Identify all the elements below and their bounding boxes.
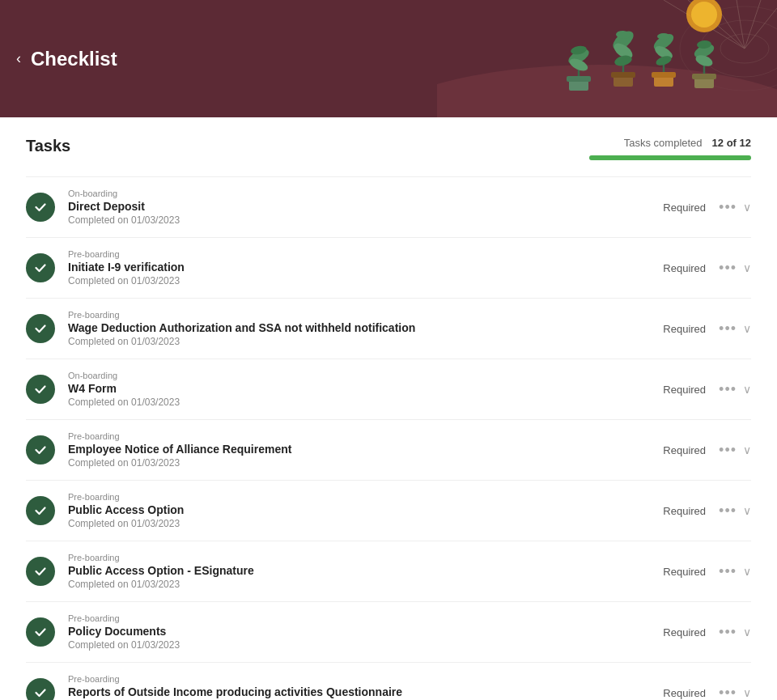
tasks-completed-count: 12 of 12 bbox=[712, 137, 751, 149]
svg-point-31 bbox=[657, 33, 670, 40]
svg-point-11 bbox=[437, 65, 777, 117]
task-info: Pre-boarding Wage Deduction Authorizatio… bbox=[68, 310, 657, 347]
task-name: Employee Notice of Alliance Requirement bbox=[68, 443, 657, 456]
task-name: Public Access Option - ESignature bbox=[68, 564, 657, 577]
task-name: Public Access Option bbox=[68, 503, 657, 516]
task-more-button[interactable]: ••• bbox=[719, 260, 737, 277]
task-row: On-boarding Direct Deposit Completed on … bbox=[26, 177, 751, 238]
task-more-button[interactable]: ••• bbox=[719, 563, 737, 580]
svg-rect-26 bbox=[652, 72, 676, 78]
svg-line-3 bbox=[737, 0, 745, 49]
task-row: On-boarding W4 Form Completed on 01/03/2… bbox=[26, 359, 751, 420]
task-category: Pre-boarding bbox=[68, 310, 657, 320]
task-more-button[interactable]: ••• bbox=[719, 685, 737, 701]
svg-rect-33 bbox=[692, 74, 716, 79]
task-expand-button[interactable]: ∨ bbox=[743, 565, 751, 578]
task-expand-button[interactable]: ∨ bbox=[743, 383, 751, 396]
task-expand-button[interactable]: ∨ bbox=[743, 504, 751, 517]
task-actions: ••• ∨ bbox=[719, 199, 751, 216]
task-info: Pre-boarding Public Access Option Comple… bbox=[68, 492, 657, 529]
task-name: Initiate I-9 verification bbox=[68, 261, 657, 274]
task-row: Pre-boarding Public Access Option - ESig… bbox=[26, 541, 751, 602]
task-category: Pre-boarding bbox=[68, 613, 657, 623]
task-check-icon bbox=[26, 496, 55, 525]
task-name: Policy Documents bbox=[68, 625, 657, 638]
task-info: Pre-boarding Reports of Outside Income p… bbox=[68, 674, 657, 700]
task-check-icon bbox=[26, 314, 55, 343]
back-button[interactable]: ‹ bbox=[16, 50, 21, 67]
task-required-label: Required bbox=[657, 687, 706, 699]
task-row: Pre-boarding Reports of Outside Income p… bbox=[26, 663, 751, 700]
task-more-button[interactable]: ••• bbox=[719, 199, 737, 216]
task-expand-button[interactable]: ∨ bbox=[743, 686, 751, 699]
task-actions: ••• ∨ bbox=[719, 260, 751, 277]
task-info: Pre-boarding Public Access Option - ESig… bbox=[68, 553, 657, 590]
task-expand-button[interactable]: ∨ bbox=[743, 443, 751, 456]
task-name: W4 Form bbox=[68, 382, 657, 395]
tasks-completed-label: Tasks completed bbox=[624, 137, 703, 149]
task-date: Completed on 01/03/2023 bbox=[68, 397, 657, 408]
progress-section: Tasks completed 12 of 12 bbox=[589, 137, 751, 160]
task-more-button[interactable]: ••• bbox=[719, 320, 737, 337]
task-name: Wage Deduction Authorization and SSA not… bbox=[68, 321, 657, 334]
task-expand-button[interactable]: ∨ bbox=[743, 626, 751, 638]
task-expand-button[interactable]: ∨ bbox=[743, 201, 751, 214]
task-name: Reports of Outside Income producing acti… bbox=[68, 685, 657, 698]
task-required-label: Required bbox=[657, 626, 706, 638]
task-actions: ••• ∨ bbox=[719, 685, 751, 701]
task-check-icon bbox=[26, 435, 55, 465]
svg-point-10 bbox=[691, 2, 717, 28]
task-info: Pre-boarding Policy Documents Completed … bbox=[68, 613, 657, 651]
task-expand-button[interactable]: ∨ bbox=[743, 322, 751, 335]
task-category: Pre-boarding bbox=[68, 492, 657, 502]
task-actions: ••• ∨ bbox=[719, 503, 751, 520]
progress-bar-container bbox=[589, 155, 751, 160]
task-expand-button[interactable]: ∨ bbox=[743, 261, 751, 274]
progress-bar-fill bbox=[589, 155, 751, 160]
task-date: Completed on 01/03/2023 bbox=[68, 336, 657, 347]
task-more-button[interactable]: ••• bbox=[719, 442, 737, 459]
task-row: Pre-boarding Policy Documents Completed … bbox=[26, 602, 751, 663]
task-date: Completed on 01/03/2023 bbox=[68, 275, 657, 286]
task-required-label: Required bbox=[657, 444, 706, 456]
task-info: Pre-boarding Employee Notice of Alliance… bbox=[68, 431, 657, 469]
task-more-button[interactable]: ••• bbox=[719, 624, 737, 641]
task-list: On-boarding Direct Deposit Completed on … bbox=[26, 176, 751, 700]
task-row: Pre-boarding Employee Notice of Alliance… bbox=[26, 420, 751, 481]
task-more-button[interactable]: ••• bbox=[719, 503, 737, 520]
task-row: Pre-boarding Public Access Option Comple… bbox=[26, 481, 751, 541]
task-more-button[interactable]: ••• bbox=[719, 381, 737, 398]
task-info: Pre-boarding Initiate I-9 verification C… bbox=[68, 249, 657, 286]
page-title: Checklist bbox=[31, 48, 117, 70]
task-required-label: Required bbox=[657, 384, 706, 396]
task-actions: ••• ∨ bbox=[719, 320, 751, 337]
task-date: Completed on 01/03/2023 bbox=[68, 214, 657, 226]
main-content: Tasks Tasks completed 12 of 12 On-boardi… bbox=[0, 117, 777, 700]
header: ‹ Checklist bbox=[0, 0, 777, 117]
task-category: On-boarding bbox=[68, 371, 657, 380]
task-actions: ••• ∨ bbox=[719, 563, 751, 580]
task-category: On-boarding bbox=[68, 189, 657, 198]
task-required-label: Required bbox=[657, 262, 706, 274]
task-date: Completed on 01/03/2023 bbox=[68, 579, 657, 590]
task-info: On-boarding W4 Form Completed on 01/03/2… bbox=[68, 371, 657, 408]
task-required-label: Required bbox=[657, 505, 706, 517]
task-category: Pre-boarding bbox=[68, 431, 657, 441]
task-category: Pre-boarding bbox=[68, 249, 657, 259]
svg-line-5 bbox=[745, 8, 777, 49]
task-date: Completed on 01/03/2023 bbox=[68, 639, 657, 651]
task-row: Pre-boarding Wage Deduction Authorizatio… bbox=[26, 299, 751, 359]
svg-rect-19 bbox=[611, 72, 635, 78]
task-date: Completed on 01/03/2023 bbox=[68, 518, 657, 529]
task-name: Direct Deposit bbox=[68, 200, 657, 213]
task-date: Completed on 01/03/2023 bbox=[68, 457, 657, 469]
tasks-title: Tasks bbox=[26, 137, 70, 155]
task-required-label: Required bbox=[657, 566, 706, 578]
task-actions: ••• ∨ bbox=[719, 442, 751, 459]
task-check-icon bbox=[26, 193, 55, 222]
task-row: Pre-boarding Initiate I-9 verification C… bbox=[26, 238, 751, 299]
task-actions: ••• ∨ bbox=[719, 624, 751, 641]
task-required-label: Required bbox=[657, 323, 706, 335]
task-check-icon bbox=[26, 253, 55, 282]
task-info: On-boarding Direct Deposit Completed on … bbox=[68, 189, 657, 226]
